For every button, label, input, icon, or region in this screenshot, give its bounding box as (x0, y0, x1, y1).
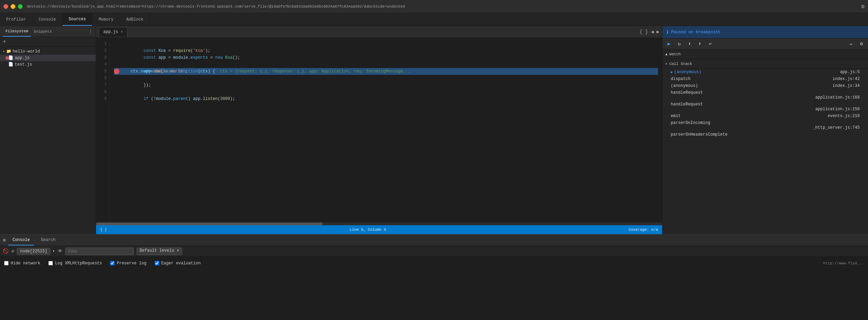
line-num-5: 5 (96, 68, 107, 75)
callstack-fn-1: dispatch (671, 77, 691, 81)
file-item-appjs[interactable]: 📄 app.js (0, 55, 96, 61)
file-icon-testjs: 📄 (8, 62, 13, 67)
tab-sources[interactable]: Sources (62, 13, 92, 26)
tab-adblock[interactable]: AdBlock (120, 13, 150, 26)
nav-prev-icon[interactable]: ◀ (651, 29, 654, 35)
right-panel: ℹ Paused on breakpoint ▶ ↻ ⬇ ⬆ ↩ ✏ ⚙ ▶ W… (662, 26, 868, 234)
file-item-testjs[interactable]: 📄 test.js (0, 61, 96, 68)
line-num-7: 7 (96, 82, 107, 89)
node-dropdown-icon[interactable]: ▾ (52, 249, 55, 254)
sidebar-more-icon[interactable]: ⋮ (88, 28, 93, 34)
callstack-loc-2: index.js:34 (833, 83, 860, 88)
minimize-button[interactable] (11, 4, 15, 9)
format-icon[interactable]: { } (640, 29, 648, 35)
line-num-1: 1 (96, 41, 107, 47)
folder-arrow: ▾ (3, 49, 5, 54)
preserve-log-input[interactable] (110, 261, 115, 265)
eye-icon[interactable]: 👁 (58, 249, 62, 254)
step-button[interactable]: ↩ (706, 40, 714, 48)
step-out-button[interactable]: ⬆ (696, 40, 704, 48)
callstack-item-2[interactable]: (anonymous) index.js:34 (662, 82, 868, 89)
console-main[interactable] (0, 269, 868, 320)
log-xmlhttp-input[interactable] (48, 261, 53, 265)
code-scrollbar[interactable] (96, 222, 662, 225)
line-num-6: 6 (96, 75, 107, 82)
content-area: Filesystem Snippets ⋮ + ▾ 📁 hello-world … (0, 26, 868, 234)
tab-profiler[interactable]: Profiler (0, 13, 33, 26)
breakpoint-indicator (5, 56, 9, 60)
blackbox-button[interactable]: ✏ (847, 40, 855, 48)
maximize-button[interactable] (18, 4, 23, 9)
callstack-item-6[interactable]: parserOnIncoming _http_server.js:745 (662, 119, 868, 131)
sidebar-tab-filesystem[interactable]: Filesystem (3, 26, 31, 37)
line-numbers: 1 2 3 4 5 6 7 8 9 (96, 38, 110, 222)
console-url: http://www.flyd... (823, 261, 864, 265)
console-panel-icon[interactable]: ⊞ (3, 237, 5, 243)
callstack-item-3[interactable]: handleRequest application.js:168 (662, 89, 868, 101)
code-content[interactable]: const Koa = require('koa'); const app = … (110, 38, 662, 222)
code-view: 1 2 3 4 5 6 7 8 9 const Koa = require('k… (96, 38, 662, 222)
file-label-testjs: test.js (15, 62, 32, 67)
file-label-appjs: app.js (15, 56, 30, 60)
watch-arrow: ▶ (664, 53, 668, 55)
close-tab-button[interactable]: × (121, 30, 123, 34)
folder-label: hello-world (13, 49, 40, 54)
sidebar: Filesystem Snippets ⋮ + ▾ 📁 hello-world … (0, 26, 96, 234)
filter-input[interactable] (65, 248, 134, 255)
paused-icon: ℹ (667, 29, 668, 35)
tab-memory[interactable]: Memory (92, 13, 120, 26)
paused-label: Paused on breakpoint (671, 30, 720, 35)
callstack-item-4[interactable]: handleRequest application.js:150 (662, 101, 868, 113)
line-num-8: 8 (96, 89, 107, 95)
node-label: node[22515] (17, 248, 50, 255)
watch-section-header[interactable]: ▶ Watch (662, 49, 868, 59)
hide-network-input[interactable] (4, 261, 9, 265)
eager-eval-input[interactable] (155, 261, 159, 265)
callstack-item-5[interactable]: emit events.js:210 (662, 113, 868, 119)
preserve-log-checkbox[interactable]: Preserve log (110, 261, 146, 266)
levels-dropdown[interactable]: Default levels ▾ (137, 248, 182, 255)
main-container: devtools://devtools/bundled/js_app.html?… (0, 0, 868, 320)
console-toolbar: ⊞ Console Search (0, 235, 868, 246)
tab-console[interactable]: Console (33, 13, 62, 26)
line-num-4: 4 (96, 61, 107, 68)
callstack-fn-6: parserOnIncoming (671, 121, 710, 125)
step-into-button[interactable]: ⬇ (686, 40, 693, 48)
editor-tab-label: app.js (103, 30, 118, 34)
tree-folder-hello-world[interactable]: ▾ 📁 hello-world (0, 48, 96, 55)
step-over-button[interactable]: ↻ (676, 40, 683, 48)
resume-button[interactable]: ▶ (665, 40, 673, 48)
call-stack-section-header[interactable]: ▾ Call Stack (662, 59, 868, 69)
editor-tab-icons: { } ◀ ▶ (640, 29, 659, 35)
search-tab[interactable]: Search (37, 235, 60, 245)
callstack-fn-4: handleRequest (671, 102, 703, 107)
eager-eval-checkbox[interactable]: Eager evaluation (155, 261, 201, 266)
log-xmlhttp-checkbox[interactable]: Log XMLHttpRequests (48, 261, 102, 266)
callstack-item-7[interactable]: parserOnHeadersComplete (662, 131, 868, 138)
callstack-subloc-4: application.js:150 (815, 107, 860, 112)
add-folder-button[interactable]: + (3, 39, 6, 45)
code-line-6: }); (114, 75, 658, 82)
toggle-sidebar-icon[interactable]: ▶ (657, 29, 659, 35)
sidebar-tab-snippets[interactable]: Snippets (31, 26, 55, 37)
hide-network-label: Hide network (11, 261, 40, 266)
console-checkboxes: Hide network Log XMLHttpRequests Preserv… (0, 257, 868, 269)
close-button[interactable] (3, 4, 8, 9)
code-line-1: const Koa = require('koa'); (114, 41, 658, 47)
settings-icon[interactable]: ⚙ (861, 3, 865, 10)
top-nav: Profiler Console Sources Memory AdBlock (0, 13, 868, 26)
debug-settings-button[interactable]: ⚙ (858, 40, 865, 48)
status-right: Coverage: n/a (629, 228, 658, 232)
console-tab[interactable]: Console (8, 235, 34, 245)
callstack-loc-5: events.js:210 (828, 114, 860, 118)
callstack-fn-7: parserOnHeadersComplete (671, 132, 728, 137)
console-stop-icon[interactable]: ⊘ (11, 248, 14, 254)
line-num-3: 3 (96, 54, 107, 61)
hide-network-checkbox[interactable]: Hide network (4, 261, 40, 266)
sidebar-content: ▾ 📁 hello-world 📄 app.js 📄 test.js (0, 47, 96, 234)
callstack-item-0[interactable]: ▶ (anonymous) app.js:5 (662, 69, 868, 76)
console-clear-icon[interactable]: 🚫 (3, 248, 9, 254)
code-hscrollbar-thumb[interactable] (96, 222, 322, 225)
editor-tab-appjs[interactable]: app.js × (99, 27, 127, 37)
callstack-item-1[interactable]: dispatch index.js:42 (662, 76, 868, 82)
